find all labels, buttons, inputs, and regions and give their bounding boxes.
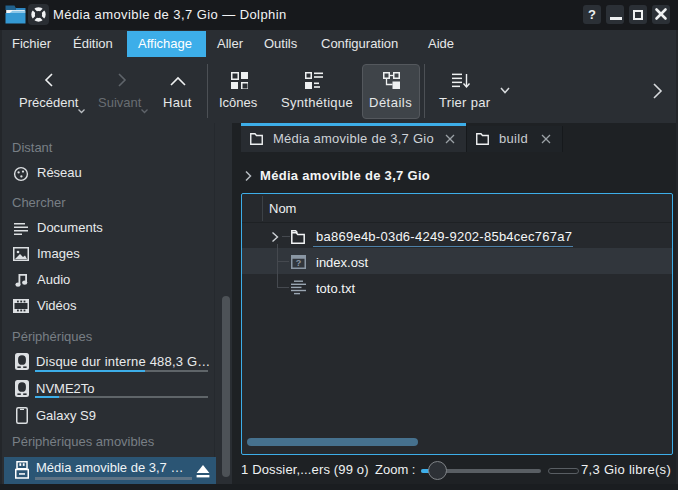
svg-text:?: ? bbox=[296, 258, 302, 268]
